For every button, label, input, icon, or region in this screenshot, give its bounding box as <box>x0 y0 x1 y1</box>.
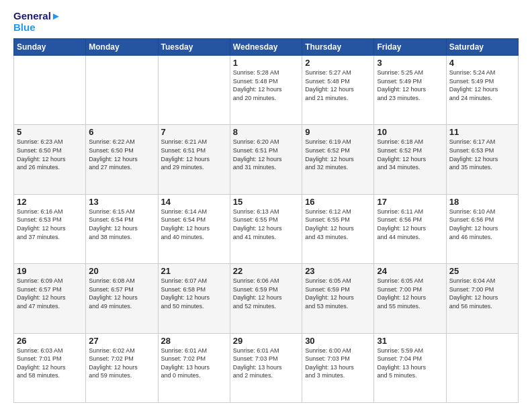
day-number: 7 <box>161 127 227 137</box>
calendar-cell: 25Sunrise: 6:04 AM Sunset: 7:00 PM Dayli… <box>446 264 518 333</box>
day-info: Sunrise: 6:03 AM Sunset: 7:01 PM Dayligh… <box>17 347 83 380</box>
day-number: 4 <box>449 58 515 68</box>
day-number: 12 <box>17 197 83 207</box>
day-header-tuesday: Tuesday <box>158 39 230 56</box>
day-info: Sunrise: 5:27 AM Sunset: 5:48 PM Dayligh… <box>305 68 371 102</box>
day-number: 9 <box>305 127 371 137</box>
day-number: 11 <box>449 127 515 137</box>
day-info: Sunrise: 6:11 AM Sunset: 6:56 PM Dayligh… <box>377 208 443 241</box>
day-info: Sunrise: 6:18 AM Sunset: 6:52 PM Dayligh… <box>377 138 443 171</box>
calendar-cell: 3Sunrise: 5:25 AM Sunset: 5:49 PM Daylig… <box>374 56 446 125</box>
day-number: 13 <box>89 197 154 207</box>
day-info: Sunrise: 6:01 AM Sunset: 7:02 PM Dayligh… <box>161 347 227 380</box>
day-info: Sunrise: 6:05 AM Sunset: 7:00 PM Dayligh… <box>377 277 443 310</box>
calendar-cell: 24Sunrise: 6:05 AM Sunset: 7:00 PM Dayli… <box>374 264 446 333</box>
day-info: Sunrise: 6:04 AM Sunset: 7:00 PM Dayligh… <box>449 277 515 310</box>
day-number: 18 <box>449 197 515 207</box>
header: General► Blue <box>13 11 519 33</box>
day-info: Sunrise: 6:07 AM Sunset: 6:58 PM Dayligh… <box>161 277 227 310</box>
day-number: 8 <box>233 127 299 137</box>
day-info: Sunrise: 6:22 AM Sunset: 6:50 PM Dayligh… <box>89 138 154 171</box>
day-info: Sunrise: 6:08 AM Sunset: 6:57 PM Dayligh… <box>89 277 154 310</box>
day-header-saturday: Saturday <box>446 39 518 56</box>
day-number: 17 <box>377 197 443 207</box>
page: General► Blue SundayMondayTuesdayWednesd… <box>0 0 532 411</box>
calendar-cell <box>86 56 158 125</box>
day-info: Sunrise: 6:00 AM Sunset: 7:03 PM Dayligh… <box>305 347 371 380</box>
day-header-monday: Monday <box>86 39 158 56</box>
day-number: 5 <box>17 127 83 137</box>
day-info: Sunrise: 5:24 AM Sunset: 5:49 PM Dayligh… <box>449 68 515 102</box>
calendar-cell: 11Sunrise: 6:17 AM Sunset: 6:53 PM Dayli… <box>446 125 518 194</box>
day-number: 16 <box>305 197 371 207</box>
day-number: 21 <box>161 266 227 276</box>
calendar-cell: 29Sunrise: 6:01 AM Sunset: 7:03 PM Dayli… <box>230 333 302 402</box>
day-info: Sunrise: 6:16 AM Sunset: 6:53 PM Dayligh… <box>17 208 83 241</box>
calendar-cell: 30Sunrise: 6:00 AM Sunset: 7:03 PM Dayli… <box>302 333 374 402</box>
calendar-cell: 26Sunrise: 6:03 AM Sunset: 7:01 PM Dayli… <box>14 333 86 402</box>
day-number: 22 <box>233 266 299 276</box>
day-number: 2 <box>305 58 371 68</box>
day-info: Sunrise: 6:17 AM Sunset: 6:53 PM Dayligh… <box>449 138 515 171</box>
day-header-wednesday: Wednesday <box>230 39 302 56</box>
day-info: Sunrise: 6:01 AM Sunset: 7:03 PM Dayligh… <box>233 347 299 380</box>
calendar-cell: 23Sunrise: 6:05 AM Sunset: 6:59 PM Dayli… <box>302 264 374 333</box>
day-info: Sunrise: 6:10 AM Sunset: 6:56 PM Dayligh… <box>449 208 515 241</box>
day-number: 27 <box>89 336 154 346</box>
calendar-cell: 13Sunrise: 6:15 AM Sunset: 6:54 PM Dayli… <box>86 194 158 263</box>
calendar-cell: 1Sunrise: 5:28 AM Sunset: 5:48 PM Daylig… <box>230 56 302 125</box>
day-number: 20 <box>89 266 154 276</box>
week-row-1: 1Sunrise: 5:28 AM Sunset: 5:48 PM Daylig… <box>14 56 519 125</box>
week-row-4: 19Sunrise: 6:09 AM Sunset: 6:57 PM Dayli… <box>14 264 519 333</box>
day-info: Sunrise: 6:05 AM Sunset: 6:59 PM Dayligh… <box>305 277 371 310</box>
calendar-cell: 7Sunrise: 6:21 AM Sunset: 6:51 PM Daylig… <box>158 125 230 194</box>
day-number: 29 <box>233 336 299 346</box>
day-number: 24 <box>377 266 443 276</box>
day-info: Sunrise: 6:20 AM Sunset: 6:51 PM Dayligh… <box>233 138 299 171</box>
day-info: Sunrise: 6:15 AM Sunset: 6:54 PM Dayligh… <box>89 208 154 241</box>
day-number: 19 <box>17 266 83 276</box>
day-number: 10 <box>377 127 443 137</box>
week-row-5: 26Sunrise: 6:03 AM Sunset: 7:01 PM Dayli… <box>14 333 519 402</box>
calendar-cell <box>446 333 518 402</box>
calendar-cell: 5Sunrise: 6:23 AM Sunset: 6:50 PM Daylig… <box>14 125 86 194</box>
day-number: 1 <box>233 58 299 68</box>
day-number: 31 <box>377 336 443 346</box>
calendar-cell: 17Sunrise: 6:11 AM Sunset: 6:56 PM Dayli… <box>374 194 446 263</box>
calendar-cell: 31Sunrise: 5:59 AM Sunset: 7:04 PM Dayli… <box>374 333 446 402</box>
calendar-cell <box>14 56 86 125</box>
calendar-cell: 18Sunrise: 6:10 AM Sunset: 6:56 PM Dayli… <box>446 194 518 263</box>
calendar-cell: 22Sunrise: 6:06 AM Sunset: 6:59 PM Dayli… <box>230 264 302 333</box>
week-row-3: 12Sunrise: 6:16 AM Sunset: 6:53 PM Dayli… <box>14 194 519 263</box>
day-info: Sunrise: 6:06 AM Sunset: 6:59 PM Dayligh… <box>233 277 299 310</box>
calendar-cell: 27Sunrise: 6:02 AM Sunset: 7:02 PM Dayli… <box>86 333 158 402</box>
day-info: Sunrise: 6:14 AM Sunset: 6:54 PM Dayligh… <box>161 208 227 241</box>
day-header-friday: Friday <box>374 39 446 56</box>
header-row: SundayMondayTuesdayWednesdayThursdayFrid… <box>14 39 519 56</box>
week-row-2: 5Sunrise: 6:23 AM Sunset: 6:50 PM Daylig… <box>14 125 519 194</box>
day-number: 30 <box>305 336 371 346</box>
logo: General► Blue <box>13 11 61 33</box>
calendar-cell: 9Sunrise: 6:19 AM Sunset: 6:52 PM Daylig… <box>302 125 374 194</box>
day-number: 26 <box>17 336 83 346</box>
day-number: 15 <box>233 197 299 207</box>
day-number: 6 <box>89 127 154 137</box>
day-info: Sunrise: 6:13 AM Sunset: 6:55 PM Dayligh… <box>233 208 299 241</box>
day-header-sunday: Sunday <box>14 39 86 56</box>
calendar-cell: 16Sunrise: 6:12 AM Sunset: 6:55 PM Dayli… <box>302 194 374 263</box>
day-info: Sunrise: 6:23 AM Sunset: 6:50 PM Dayligh… <box>17 138 83 171</box>
day-info: Sunrise: 5:59 AM Sunset: 7:04 PM Dayligh… <box>377 347 443 380</box>
calendar-cell: 6Sunrise: 6:22 AM Sunset: 6:50 PM Daylig… <box>86 125 158 194</box>
day-info: Sunrise: 6:12 AM Sunset: 6:55 PM Dayligh… <box>305 208 371 241</box>
day-info: Sunrise: 6:19 AM Sunset: 6:52 PM Dayligh… <box>305 138 371 171</box>
calendar-cell: 21Sunrise: 6:07 AM Sunset: 6:58 PM Dayli… <box>158 264 230 333</box>
day-info: Sunrise: 6:21 AM Sunset: 6:51 PM Dayligh… <box>161 138 227 171</box>
calendar-table: SundayMondayTuesdayWednesdayThursdayFrid… <box>13 38 519 403</box>
calendar-cell: 2Sunrise: 5:27 AM Sunset: 5:48 PM Daylig… <box>302 56 374 125</box>
day-info: Sunrise: 5:25 AM Sunset: 5:49 PM Dayligh… <box>377 68 443 102</box>
calendar-cell: 4Sunrise: 5:24 AM Sunset: 5:49 PM Daylig… <box>446 56 518 125</box>
calendar-cell: 15Sunrise: 6:13 AM Sunset: 6:55 PM Dayli… <box>230 194 302 263</box>
calendar-cell: 19Sunrise: 6:09 AM Sunset: 6:57 PM Dayli… <box>14 264 86 333</box>
day-info: Sunrise: 6:02 AM Sunset: 7:02 PM Dayligh… <box>89 347 154 380</box>
calendar-cell: 8Sunrise: 6:20 AM Sunset: 6:51 PM Daylig… <box>230 125 302 194</box>
